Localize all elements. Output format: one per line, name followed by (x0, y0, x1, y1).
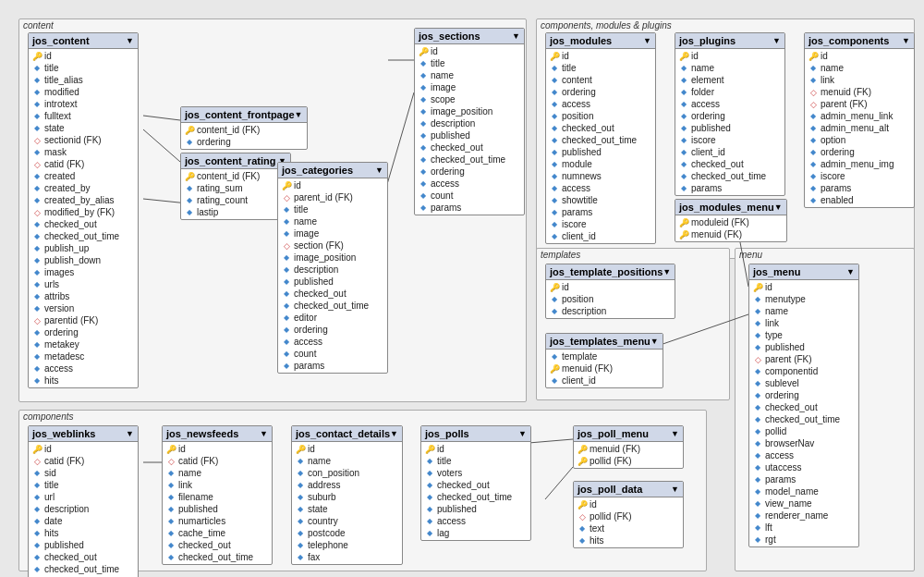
field-icon: ◆ (550, 307, 559, 316)
table-header-jos_content_rating[interactable]: jos_content_rating▼ (181, 153, 290, 169)
field-row: ◇ catid (FK) (29, 455, 138, 467)
table-header-jos_sections[interactable]: jos_sections▼ (415, 29, 524, 44)
field-row: ◆ image (415, 81, 524, 93)
table-body-jos_modules_menu: 🔑 moduleid (FK) 🔑 menuid (FK) (675, 215, 786, 241)
field-row: ◆ module (546, 158, 655, 170)
field-row: ◆ filename (163, 491, 272, 503)
table-jos_categories[interactable]: jos_categories▼ 🔑 id ◇ parent_id (FK) ◆ … (277, 162, 388, 374)
field-icon: ◆ (753, 379, 762, 388)
table-jos_poll_data[interactable]: jos_poll_data▼ 🔑 id ◇ pollid (FK) ◆ text… (573, 481, 684, 548)
table-jos_components[interactable]: jos_components▼ 🔑 id ◆ name ◆ link ◇ men… (804, 32, 915, 208)
field-row: ◆ published (546, 146, 655, 158)
table-jos_content[interactable]: jos_content▼ 🔑 id ◆ title ◆ title_alias … (28, 32, 139, 388)
table-header-jos_template_positions[interactable]: jos_template_positions▼ (546, 264, 675, 280)
field-name: id (44, 444, 52, 454)
field-icon: ◆ (753, 535, 762, 545)
table-jos_contact_details[interactable]: jos_contact_details▼ 🔑 id ◆ name ◆ con_p… (291, 425, 403, 565)
field-row: 🔑 content_id (FK) (181, 124, 307, 136)
table-header-jos_contact_details[interactable]: jos_contact_details▼ (292, 426, 402, 442)
field-row: ◇ parent (FK) (805, 98, 914, 110)
field-icon: ◆ (166, 469, 176, 478)
field-icon: ◆ (282, 277, 291, 287)
field-name: publish_up (44, 243, 89, 253)
field-name: id (765, 282, 772, 292)
field-icon: ◆ (679, 124, 688, 133)
table-header-jos_categories[interactable]: jos_categories▼ (278, 163, 387, 178)
table-jos_menu[interactable]: jos_menu▼ 🔑 id ◆ menutype ◆ name ◆ link … (748, 264, 859, 547)
table-body-jos_template_positions: 🔑 id ◆ position ◆ description (546, 280, 675, 318)
field-icon: ◆ (550, 88, 559, 97)
table-jos_modules_menu[interactable]: jos_modules_menu▼ 🔑 moduleid (FK) 🔑 menu… (675, 199, 787, 242)
field-row: ◆ metakey (29, 338, 138, 350)
field-icon: ◇ (282, 241, 291, 251)
table-jos_content_frontpage[interactable]: jos_content_frontpage▼ 🔑 content_id (FK)… (180, 106, 308, 150)
field-row: ◆ checked_out (749, 401, 858, 413)
table-jos_modules[interactable]: jos_modules▼ 🔑 id ◆ title ◆ content ◆ or… (545, 32, 656, 244)
field-icon: ◆ (425, 481, 434, 490)
field-row: ◆ params (415, 202, 524, 214)
table-jos_plugins[interactable]: jos_plugins▼ 🔑 id ◆ name ◆ element ◆ fol… (675, 32, 785, 196)
field-icon: ◆ (425, 517, 434, 526)
table-jos_weblinks[interactable]: jos_weblinks▼ 🔑 id ◇ catid (FK) ◆ sid ◆ … (28, 425, 139, 577)
table-header-jos_modules[interactable]: jos_modules▼ (546, 33, 655, 49)
table-jos_templates_menu[interactable]: jos_templates_menu▼ ◆ template 🔑 menuid … (545, 333, 663, 388)
field-name: published (691, 123, 731, 133)
table-header-jos_menu[interactable]: jos_menu▼ (749, 264, 858, 280)
table-header-jos_content[interactable]: jos_content▼ (29, 33, 138, 49)
table-jos_template_positions[interactable]: jos_template_positions▼ 🔑 id ◆ position … (545, 264, 675, 319)
field-name: pollid (765, 426, 786, 436)
field-name: id (437, 444, 444, 454)
field-icon: 🔑 (679, 52, 688, 61)
field-row: ◆ template (546, 350, 663, 362)
field-name: date (44, 516, 62, 526)
table-jos_sections[interactable]: jos_sections▼ 🔑 id ◆ title ◆ name ◆ imag… (414, 28, 525, 215)
field-icon: ◆ (753, 487, 762, 497)
field-name: parent_id (FK) (294, 192, 353, 203)
field-icon: ◆ (808, 76, 818, 85)
field-icon: ◆ (185, 138, 194, 147)
field-name: metakey (44, 339, 79, 350)
table-jos_content_rating[interactable]: jos_content_rating▼ 🔑 content_id (FK) ◆ … (180, 153, 291, 220)
field-icon: ◆ (753, 295, 762, 304)
table-header-jos_polls[interactable]: jos_polls▼ (421, 426, 530, 442)
field-row: ◆ name (278, 215, 387, 227)
table-jos_newsfeeds[interactable]: jos_newsfeeds▼ 🔑 id ◇ catid (FK) ◆ name … (162, 425, 273, 565)
field-name: position (562, 294, 593, 304)
table-header-jos_newsfeeds[interactable]: jos_newsfeeds▼ (163, 426, 272, 442)
table-header-jos_content_frontpage[interactable]: jos_content_frontpage▼ (181, 107, 307, 123)
table-jos_poll_menu[interactable]: jos_poll_menu▼ 🔑 menuid (FK) 🔑 pollid (F… (573, 425, 684, 469)
field-icon: ◆ (550, 376, 559, 386)
field-name: title (431, 58, 445, 68)
field-name: menuid (FK) (691, 229, 742, 239)
field-name: filename (178, 492, 213, 502)
table-header-jos_weblinks[interactable]: jos_weblinks▼ (29, 426, 138, 442)
field-name: enabled (821, 195, 854, 205)
field-row: ◆ enabled (805, 194, 914, 206)
field-name: menuid (FK) (821, 87, 871, 97)
table-header-jos_poll_menu[interactable]: jos_poll_menu▼ (574, 426, 683, 442)
field-row: ◆ published (675, 122, 784, 134)
table-header-jos_modules_menu[interactable]: jos_modules_menu▼ (675, 200, 786, 215)
field-icon: ◆ (419, 107, 428, 117)
table-header-jos_templates_menu[interactable]: jos_templates_menu▼ (546, 334, 663, 350)
table-name-jos_newsfeeds: jos_newsfeeds (166, 428, 238, 439)
field-name: published (44, 540, 84, 550)
field-row: ◆ published (415, 129, 524, 141)
table-body-jos_poll_data: 🔑 id ◇ pollid (FK) ◆ text ◆ hits (574, 497, 683, 547)
field-row: ◆ state (29, 122, 138, 134)
field-icon: ◆ (419, 119, 428, 129)
header-arrow-jos_template_positions: ▼ (663, 267, 671, 276)
field-icon: ◆ (679, 136, 688, 145)
table-jos_polls[interactable]: jos_polls▼ 🔑 id ◆ title ◆ voters ◆ check… (420, 425, 531, 541)
field-icon: ◆ (282, 313, 291, 323)
table-header-jos_plugins[interactable]: jos_plugins▼ (675, 33, 784, 49)
field-name: suburb (308, 492, 336, 502)
field-row: ◆ checked_out (546, 122, 655, 134)
table-header-jos_components[interactable]: jos_components▼ (805, 33, 914, 49)
field-name: state (44, 123, 65, 133)
field-row: ◆ admin_menu_alt (805, 122, 914, 134)
table-header-jos_poll_data[interactable]: jos_poll_data▼ (574, 482, 683, 497)
table-body-jos_plugins: 🔑 id ◆ name ◆ element ◆ folder ◆ access … (675, 49, 784, 195)
field-icon: ◆ (32, 148, 42, 157)
field-row: ◆ publish_up (29, 242, 138, 254)
